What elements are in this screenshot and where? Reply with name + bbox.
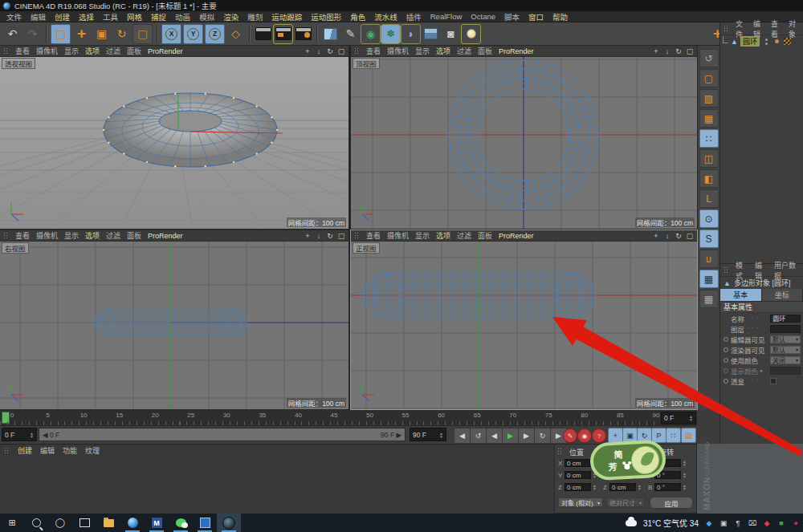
task-view-icon[interactable] xyxy=(72,514,96,532)
viewport-menu-item[interactable]: 过滤 xyxy=(106,230,120,241)
coord-field[interactable]: Z0 cm▲▼ xyxy=(558,482,597,492)
keyframe-dot-icon[interactable] xyxy=(724,337,728,342)
object-name-label[interactable]: 圆环 xyxy=(740,36,760,47)
move-icon[interactable]: + xyxy=(72,25,91,43)
attribute-checkbox[interactable] xyxy=(770,378,777,384)
play-icon[interactable]: ▶ xyxy=(502,428,519,444)
menu-item[interactable]: 捕捉 xyxy=(151,11,166,22)
timeline-scrubber[interactable]: ◀ 0 F 90 F ▶ xyxy=(39,428,406,441)
enable-axis-icon[interactable]: L xyxy=(699,189,719,208)
viewport-solo-icon[interactable]: ⊙ xyxy=(699,209,719,228)
file-explorer-icon[interactable] xyxy=(96,514,120,532)
attribute-dropdown[interactable]: 关闭▾ xyxy=(770,356,801,364)
viewport-menu-prorender[interactable]: ProRender xyxy=(148,232,183,240)
light-icon[interactable] xyxy=(462,25,480,43)
coord-system-icon[interactable]: ◇ xyxy=(226,25,245,43)
timeline-ruler[interactable]: 0 F▲▼ 0510152025303540455055606570758085… xyxy=(0,409,697,426)
viewport-body[interactable]: 顶视图网格间距：100 cm xyxy=(351,56,697,229)
key-position-icon[interactable]: + xyxy=(608,428,623,443)
menu-item[interactable]: 角色 xyxy=(350,11,365,22)
pan-view-icon[interactable]: + xyxy=(304,47,312,55)
toggle-view-icon[interactable]: ▢ xyxy=(337,232,345,240)
next-frame-icon[interactable]: ▶ xyxy=(518,428,535,444)
orbit-view-icon[interactable]: ↻ xyxy=(326,232,334,240)
panel-handle-icon[interactable] xyxy=(724,25,729,32)
red-tray-icon[interactable]: ● xyxy=(792,519,800,527)
coord-field[interactable]: Y0 cm▲▼ xyxy=(558,470,597,480)
attribute-tab-coord[interactable]: 坐标 xyxy=(762,289,803,301)
current-frame-field[interactable]: 0 F▲▼ xyxy=(2,428,37,441)
viewport-menu-item[interactable]: 显示 xyxy=(415,230,430,241)
size-mode-dropdown[interactable]: 绝对尺寸▾ xyxy=(606,497,645,507)
deformer-icon[interactable]: ◗ xyxy=(402,25,420,43)
ruler-current-frame-field[interactable]: 0 F▲▼ xyxy=(661,412,696,424)
keyframe-selection-icon[interactable]: ▤ xyxy=(681,428,696,443)
render-view-icon[interactable] xyxy=(254,25,272,43)
viewport-menu-prorender[interactable]: ProRender xyxy=(499,232,534,240)
tray-app-icon[interactable]: ▣ xyxy=(719,519,728,527)
menu-item[interactable]: 文件 xyxy=(6,11,22,22)
viewport-body[interactable]: 右视图网格间距：100 cm xyxy=(0,241,349,409)
viewport-menu-item[interactable]: 面板 xyxy=(478,46,492,56)
workplane-mode-icon[interactable]: ▦ xyxy=(699,109,719,128)
green-tray-icon[interactable]: ■ xyxy=(777,519,785,527)
keyframe-dot-icon[interactable] xyxy=(724,347,728,352)
menu-item[interactable]: 动画 xyxy=(175,11,190,22)
selection-tag-icon[interactable] xyxy=(775,39,779,43)
mail-icon[interactable]: M xyxy=(145,514,169,532)
viewport-perspective[interactable]: 查看摄像机显示选项过滤面板ProRender+↓↻▢透视视图网格间距：100 c… xyxy=(0,46,349,229)
search-icon[interactable] xyxy=(24,514,48,532)
viewport-menu-item[interactable]: 选项 xyxy=(436,46,450,56)
undo-icon[interactable]: ↶ xyxy=(3,25,22,43)
align-workplane-icon[interactable]: ▦ xyxy=(699,290,719,308)
coord-field[interactable]: Z0 cm▲▼ xyxy=(603,482,642,492)
camera-icon[interactable]: ◙ xyxy=(442,25,460,43)
add-primitive-cube-icon[interactable] xyxy=(321,25,340,43)
generator-icon[interactable]: ✽ xyxy=(381,25,400,43)
cinema4d-taskbar-icon[interactable] xyxy=(217,514,241,532)
material-menu-item[interactable]: 创建 xyxy=(18,445,32,456)
start-button[interactable]: ⊞ xyxy=(0,514,24,532)
cortana-icon[interactable]: ◯ xyxy=(48,514,72,532)
points-mode-icon[interactable]: ∷ xyxy=(699,129,719,148)
coord-mode-dropdown[interactable]: 对象 (相对)▾ xyxy=(558,497,603,507)
orbit-view-icon[interactable]: ↻ xyxy=(675,47,683,55)
viewport-right[interactable]: 查看摄像机显示选项过滤面板ProRender+↓↻▢右视图网格间距：100 cm xyxy=(0,230,349,409)
object-manager-menu-item[interactable]: 对象 xyxy=(789,18,800,39)
keyframe-dot-icon[interactable] xyxy=(724,358,728,363)
object-manager-menu-item[interactable]: 查看 xyxy=(771,18,782,39)
menu-item[interactable]: 工具 xyxy=(103,11,118,22)
viewport-menu-item[interactable]: 选项 xyxy=(85,46,100,56)
menu-item[interactable]: 帮助 xyxy=(552,11,568,22)
panel-handle-icon[interactable] xyxy=(3,232,9,239)
enable-snap-icon[interactable]: S xyxy=(699,229,719,248)
defender-shield-icon[interactable]: ◆ xyxy=(705,519,713,527)
attribute-tab-basic[interactable]: 基本 xyxy=(720,289,762,301)
viewport-menu-item[interactable]: 显示 xyxy=(415,46,430,56)
panel-handle-icon[interactable] xyxy=(724,266,729,274)
magnet-icon[interactable]: ∪ xyxy=(699,250,719,268)
viewport-menu-item[interactable]: 选项 xyxy=(436,230,450,241)
menu-item[interactable]: 网格 xyxy=(127,11,142,22)
spline-pen-icon[interactable]: ✎ xyxy=(341,25,360,43)
lock-workplane-icon[interactable]: ▦ xyxy=(699,270,719,288)
toggle-view-icon[interactable]: ▢ xyxy=(337,47,345,55)
rotate-icon[interactable]: ↻ xyxy=(112,25,131,43)
toggle-view-icon[interactable]: ▢ xyxy=(686,232,694,240)
panel-handle-icon[interactable] xyxy=(557,448,563,455)
expander-icon[interactable]: ▸ xyxy=(760,368,764,374)
viewport-canvas[interactable] xyxy=(0,56,349,229)
viewport-front[interactable]: 查看摄像机显示选项过滤面板ProRender+↓↻▢正视图网格间距：100 cm xyxy=(351,230,697,409)
attribute-input[interactable]: 圆环 xyxy=(770,315,801,323)
menu-item[interactable]: 选择 xyxy=(79,11,94,22)
material-menu-item[interactable]: 功能 xyxy=(63,445,77,456)
viewport-body[interactable]: 透视视图网格间距：100 cm xyxy=(0,56,349,229)
dolly-view-icon[interactable]: ↓ xyxy=(663,47,671,55)
wechat-icon[interactable] xyxy=(169,514,193,532)
viewport-menu-prorender[interactable]: ProRender xyxy=(148,47,183,55)
viewport-canvas[interactable] xyxy=(0,241,349,409)
viewport-menu-item[interactable]: 显示 xyxy=(64,230,79,241)
texture-mode-icon[interactable]: ▨ xyxy=(699,89,719,108)
keyframe-dot-icon[interactable] xyxy=(724,368,728,373)
toggle-view-icon[interactable]: ▢ xyxy=(686,47,694,55)
